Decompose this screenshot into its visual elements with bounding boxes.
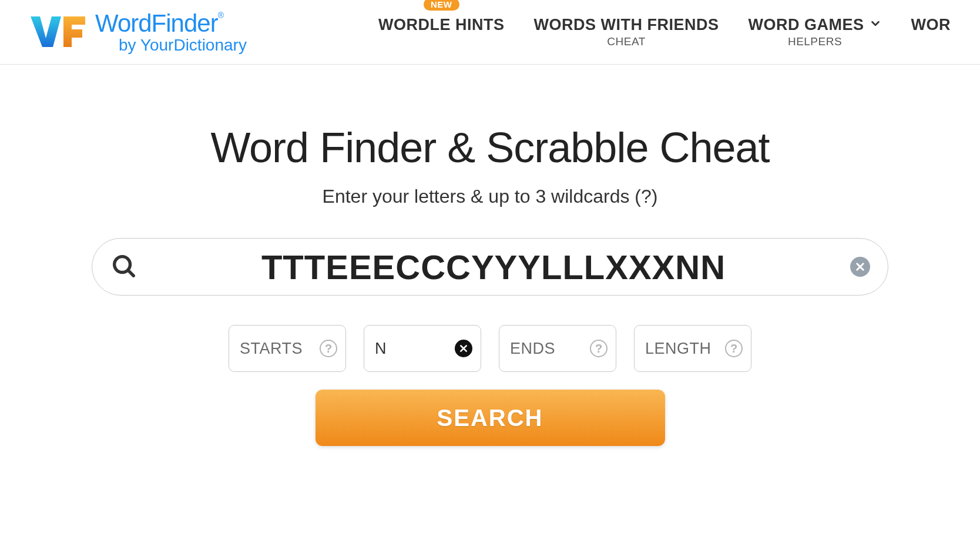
nav-label: WORDLE HINTS: [378, 16, 505, 34]
logo-icon: [29, 12, 88, 53]
nav-label: WORD GAMES: [749, 16, 882, 34]
header: WordFinder® by YourDictionary NEW WORDLE…: [0, 0, 980, 65]
main-content: Word Finder & Scrabble Cheat Enter your …: [0, 65, 980, 446]
logo[interactable]: WordFinder® by YourDictionary: [29, 11, 247, 53]
nav-sublabel: CHEAT: [607, 35, 645, 48]
svg-line-1: [128, 270, 134, 276]
new-badge: NEW: [424, 0, 459, 11]
main-nav: NEW WORDLE HINTS WORDS WITH FRIENDS CHEA…: [378, 16, 951, 48]
page-subtitle: Enter your letters & up to 3 wildcards (…: [323, 186, 658, 207]
nav-wordle-hints[interactable]: NEW WORDLE HINTS: [378, 16, 505, 34]
nav-more[interactable]: WOR: [911, 16, 951, 34]
filters-row: ? ? ?: [229, 325, 751, 372]
starts-filter: ?: [229, 325, 346, 372]
brand-name: WordFinder®: [95, 11, 247, 36]
nav-label: WOR: [911, 16, 951, 34]
chevron-down-icon: [869, 16, 882, 34]
nav-label: WORDS WITH FRIENDS: [534, 16, 719, 34]
letters-input[interactable]: [137, 247, 850, 287]
nav-word-games[interactable]: WORD GAMES HELPERS: [749, 16, 882, 48]
search-bar: [92, 238, 888, 296]
ends-input[interactable]: [510, 340, 590, 358]
search-icon: [110, 252, 137, 281]
clear-contains-button[interactable]: [455, 340, 472, 357]
search-button[interactable]: SEARCH: [316, 390, 665, 446]
contains-filter: [364, 325, 481, 372]
starts-input[interactable]: [240, 340, 320, 358]
length-input[interactable]: [645, 340, 725, 358]
length-filter: ?: [634, 325, 751, 372]
brand-subtitle: by YourDictionary: [95, 37, 247, 53]
nav-sublabel: HELPERS: [788, 35, 842, 48]
ends-filter: ?: [499, 325, 616, 372]
nav-words-with-friends[interactable]: WORDS WITH FRIENDS CHEAT: [534, 16, 719, 48]
page-title: Word Finder & Scrabble Cheat: [210, 123, 769, 172]
help-icon[interactable]: ?: [320, 340, 337, 357]
clear-input-button[interactable]: [850, 257, 870, 277]
logo-text: WordFinder® by YourDictionary: [95, 11, 247, 53]
help-icon[interactable]: ?: [590, 340, 608, 357]
contains-input[interactable]: [375, 340, 455, 358]
help-icon[interactable]: ?: [725, 340, 743, 357]
